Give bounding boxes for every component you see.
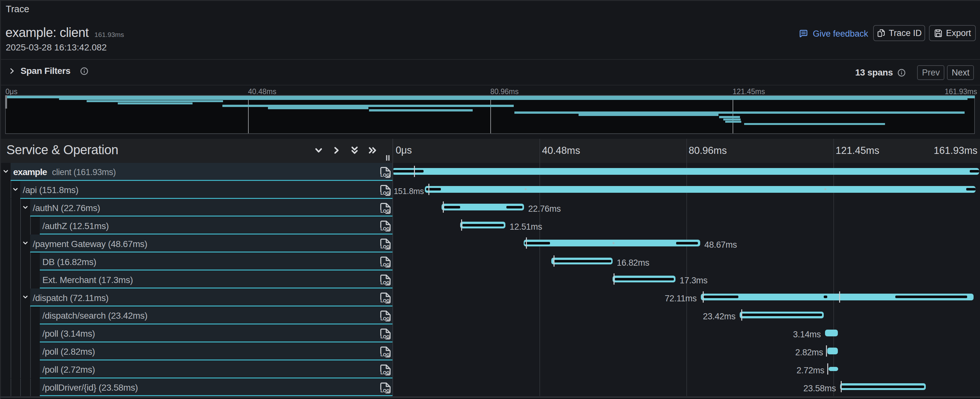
svg-text:LOG: LOG [380,334,390,339]
svg-text:LOG: LOG [380,190,390,195]
svg-text:LOG: LOG [380,298,390,303]
svg-text:LOG: LOG [380,173,390,178]
svg-text:LOG: LOG [380,281,390,285]
svg-text:LOG: LOG [380,388,390,393]
svg-text:LOG: LOG [380,244,390,249]
svg-text:LOG: LOG [380,262,390,267]
svg-text:LOG: LOG [380,227,390,231]
svg-text:LOG: LOG [380,316,390,321]
svg-text:LOG: LOG [380,353,390,357]
svg-text:LOG: LOG [380,370,390,375]
svg-text:LOG: LOG [380,209,390,213]
